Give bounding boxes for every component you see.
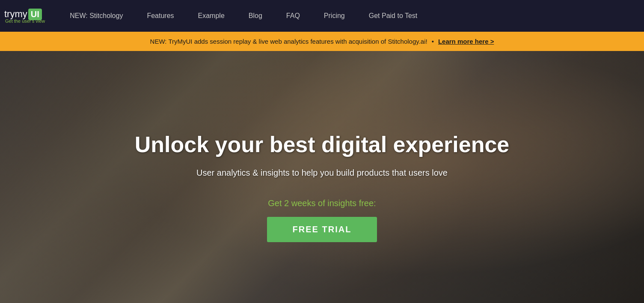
announcement-banner: NEW: TryMyUI adds session replay & live … [0,32,644,51]
free-trial-button[interactable]: FREE TRIAL [267,217,377,242]
nav-link-example[interactable]: Example [186,0,237,32]
logo-tagline: Get the user's view [4,18,45,24]
announcement-link[interactable]: Learn more here > [438,38,494,45]
nav-link-blog[interactable]: Blog [237,0,274,32]
hero-headline: Unlock your best digital experience [135,131,510,158]
nav-link-get-paid[interactable]: Get Paid to Test [357,0,430,32]
announcement-text: NEW: TryMyUI adds session replay & live … [150,38,427,45]
nav-links: NEW: Stitchology Features Example Blog F… [58,0,429,32]
navbar: trymy UI Get the user's view NEW: Stitch… [0,0,644,32]
hero-subheadline: User analytics & insights to help you bu… [135,168,510,178]
logo-link[interactable]: trymy UI Get the user's view [4,9,45,24]
hero-content: Unlock your best digital experience User… [118,131,527,242]
hero-cta-label: Get 2 weeks of insights free: [135,198,510,208]
hero-section: Unlock your best digital experience User… [0,51,644,303]
nav-link-features[interactable]: Features [135,0,186,32]
nav-link-stitchology[interactable]: NEW: Stitchology [58,0,135,32]
nav-link-pricing[interactable]: Pricing [312,0,357,32]
announcement-dot: • [432,38,434,45]
nav-link-faq[interactable]: FAQ [274,0,312,32]
